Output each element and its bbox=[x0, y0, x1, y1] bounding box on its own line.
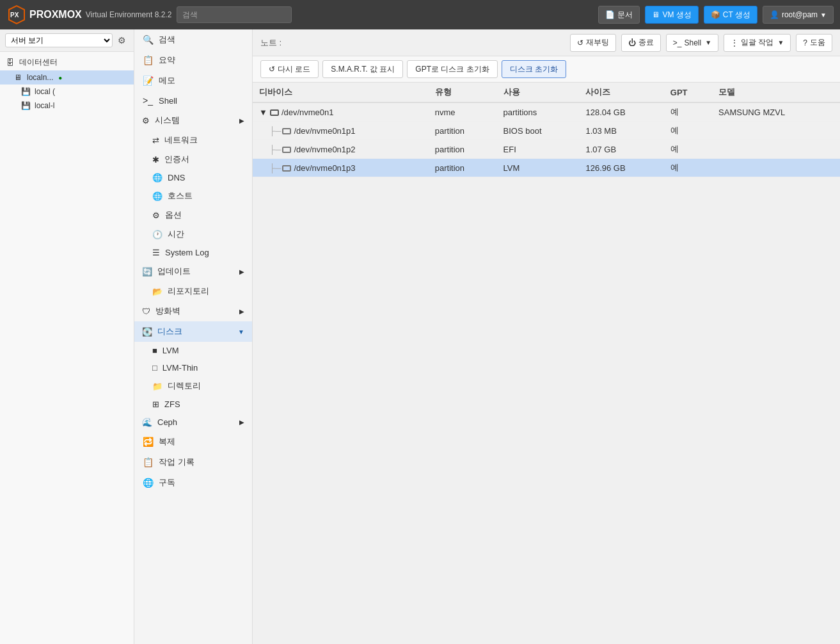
chevron-down-icon: ▼ bbox=[820, 12, 827, 19]
docs-button[interactable]: 📄 문서 bbox=[598, 6, 640, 24]
smart-button[interactable]: S.M.A.R.T. 값 표시 bbox=[322, 60, 403, 78]
tree-connector-icon: ├─ bbox=[269, 163, 281, 173]
create-ct-button[interactable]: 📦 CT 생성 bbox=[704, 6, 757, 24]
nav-host[interactable]: 🌐 호스트 bbox=[134, 186, 252, 205]
create-vm-button[interactable]: 🖥 VM 생성 bbox=[645, 6, 698, 24]
content-area: 노트 : ↺ 재부팅 ⏻ 종료 >_ Shell ▼ ⋮ 일괄 작업 ▼ bbox=[253, 29, 840, 644]
cell-usage: LVM bbox=[497, 159, 580, 177]
vm-icon: 🖥 bbox=[652, 10, 660, 19]
nav-network[interactable]: ⇄ 네트워크 bbox=[134, 131, 252, 150]
zfs-icon: ⊞ bbox=[152, 399, 159, 409]
nav-search[interactable]: 🔍 검색 bbox=[134, 29, 252, 50]
disk-init-button[interactable]: 디스크 초기화 bbox=[502, 60, 566, 78]
disk-expand-icon: ▼ bbox=[238, 328, 244, 335]
nav-memo[interactable]: 📝 메모 bbox=[134, 70, 252, 91]
nav-zfs[interactable]: ⊞ ZFS bbox=[134, 396, 252, 413]
network-icon: ⇄ bbox=[152, 136, 159, 145]
nav-backup[interactable]: 🔁 복제 bbox=[134, 431, 252, 452]
help-icon: ? bbox=[803, 38, 807, 47]
nav-ceph-header[interactable]: 🌊 Ceph ▶ bbox=[134, 413, 252, 431]
sidebar-item-local-storage-2[interactable]: 💾 local-l bbox=[0, 99, 134, 113]
shell-btn-icon: >_ bbox=[673, 38, 682, 47]
nav-lvm[interactable]: ■ LVM bbox=[134, 342, 252, 359]
cert-icon: ✱ bbox=[152, 155, 159, 165]
nav-group-disk: 💽 디스크 ▼ ■ LVM □ LVM-Thin 📁 디렉토리 ⊞ ZFS bbox=[134, 321, 252, 413]
nav-disk-header[interactable]: 💽 디스크 ▼ bbox=[134, 321, 252, 342]
nav-syslog[interactable]: ☰ System Log bbox=[134, 244, 252, 261]
sidebar-item-datacenter[interactable]: 🗄 데이터센터 bbox=[0, 54, 134, 70]
firewall-icon: 🛡 bbox=[142, 307, 150, 316]
task-log-icon: 📋 bbox=[142, 457, 154, 467]
sidebar-item-local-storage-1[interactable]: 💾 local ( bbox=[0, 85, 134, 99]
cell-device: ▼/dev/nvme0n1 bbox=[253, 102, 429, 122]
cell-gpt: 예 bbox=[664, 102, 712, 122]
cell-model bbox=[712, 140, 840, 159]
tree-section: 🗄 데이터센터 🖥 localn... ● 💾 local ( 💾 local-… bbox=[0, 52, 134, 115]
nav-system-header[interactable]: ⚙ 시스템 ▶ bbox=[134, 110, 252, 131]
update-expand-icon: ▶ bbox=[239, 268, 244, 275]
search-nav-icon: 🔍 bbox=[142, 35, 154, 45]
cell-size: 1.07 GB bbox=[579, 140, 663, 159]
nav-group-update: 🔄 업데이트 ▶ 📂 리포지토리 bbox=[134, 261, 252, 301]
bulk-chevron-icon: ▼ bbox=[777, 39, 784, 46]
logo-text: PROXMOX bbox=[29, 9, 82, 20]
nav-group-firewall: 🛡 방화벽 ▶ bbox=[134, 301, 252, 321]
partition-icon bbox=[282, 128, 291, 134]
table-row[interactable]: ├─/dev/nvme0n1p2partitionEFI1.07 GB예 bbox=[253, 140, 840, 159]
subscribe-icon: 🌐 bbox=[142, 478, 154, 488]
cell-device: ├─/dev/nvme0n1p1 bbox=[253, 122, 429, 140]
shell-button[interactable]: >_ Shell ▼ bbox=[666, 34, 718, 52]
nav-option[interactable]: ⚙ 옵션 bbox=[134, 205, 252, 225]
cell-usage: partitions bbox=[497, 102, 580, 122]
shutdown-button[interactable]: ⏻ 종료 bbox=[621, 34, 661, 52]
help-button[interactable]: ? 도움 bbox=[796, 34, 832, 52]
nav-subscribe[interactable]: 🌐 구독 bbox=[134, 472, 252, 493]
cell-type: partition bbox=[429, 122, 497, 140]
user-menu[interactable]: 👤 root@pam ▼ bbox=[763, 6, 834, 24]
bulk-action-button[interactable]: ⋮ 일괄 작업 ▼ bbox=[724, 34, 791, 52]
settings-button[interactable]: ⚙ bbox=[115, 34, 129, 47]
table-row[interactable]: ├─/dev/nvme0n1p3partitionLVM126.96 GB예 bbox=[253, 159, 840, 177]
bulk-icon: ⋮ bbox=[731, 38, 738, 47]
node-status-icon: ● bbox=[58, 74, 62, 81]
server-selector-bar: 서버 보기 ⚙ bbox=[0, 29, 134, 52]
notes-label: 노트 : bbox=[260, 37, 281, 49]
node-icon: 🖥 bbox=[13, 73, 23, 82]
cell-size: 128.04 GB bbox=[579, 102, 663, 122]
disk-nav-icon: 💽 bbox=[142, 327, 152, 337]
cell-type: nvme bbox=[429, 102, 497, 122]
nav-directory[interactable]: 📁 디렉토리 bbox=[134, 376, 252, 396]
server-view-select[interactable]: 서버 보기 bbox=[5, 33, 113, 47]
nav-auth[interactable]: ✱ 인증서 bbox=[134, 150, 252, 169]
gpt-init-button[interactable]: GPT로 디스크 초기화 bbox=[407, 60, 497, 78]
shell-chevron-icon: ▼ bbox=[705, 39, 711, 46]
sidebar-item-localnode[interactable]: 🖥 localn... ● bbox=[0, 70, 134, 85]
nav-summary[interactable]: 📋 요약 bbox=[134, 50, 252, 70]
update-icon: 🔄 bbox=[142, 267, 152, 277]
nav-time[interactable]: 🕐 시간 bbox=[134, 225, 252, 244]
nav-update-header[interactable]: 🔄 업데이트 ▶ bbox=[134, 261, 252, 282]
reboot-button[interactable]: ↺ 재부팅 bbox=[570, 34, 616, 52]
nav-group-ceph: 🌊 Ceph ▶ bbox=[134, 413, 252, 431]
cell-type: partition bbox=[429, 159, 497, 177]
disk-table-body: ▼/dev/nvme0n1nvmepartitions128.04 GB예SAM… bbox=[253, 102, 840, 177]
main-layout: 서버 보기 ⚙ 🗄 데이터센터 🖥 localn... ● 💾 local ( bbox=[0, 29, 840, 644]
reload-button[interactable]: ↺ 다시 로드 bbox=[260, 60, 319, 78]
nav-task-log[interactable]: 📋 작업 기록 bbox=[134, 452, 252, 472]
search-input[interactable] bbox=[177, 6, 292, 23]
nav-shell[interactable]: >_ Shell bbox=[134, 91, 252, 110]
partition-icon bbox=[282, 165, 291, 172]
nav-firewall-header[interactable]: 🛡 방화벽 ▶ bbox=[134, 301, 252, 321]
table-row[interactable]: ▼/dev/nvme0n1nvmepartitions128.04 GB예SAM… bbox=[253, 102, 840, 122]
cell-gpt: 예 bbox=[664, 122, 712, 140]
nav-lvm-thin[interactable]: □ LVM-Thin bbox=[134, 359, 252, 376]
reboot-icon: ↺ bbox=[577, 38, 583, 47]
nav-dns[interactable]: 🌐 DNS bbox=[134, 169, 252, 186]
nav-repository[interactable]: 📂 리포지토리 bbox=[134, 282, 252, 301]
storage-icon-1: 💾 bbox=[20, 87, 31, 96]
table-row[interactable]: ├─/dev/nvme0n1p1partitionBIOS boot1.03 M… bbox=[253, 122, 840, 140]
dns-icon: 🌐 bbox=[152, 173, 162, 182]
disk-action-bar: ↺ 다시 로드 S.M.A.R.T. 값 표시 GPT로 디스크 초기화 디스크… bbox=[253, 56, 840, 83]
repo-icon: 📂 bbox=[152, 287, 162, 296]
logo-area: PX PROXMOX Virtual Environment 8.2.2 bbox=[6, 4, 171, 25]
